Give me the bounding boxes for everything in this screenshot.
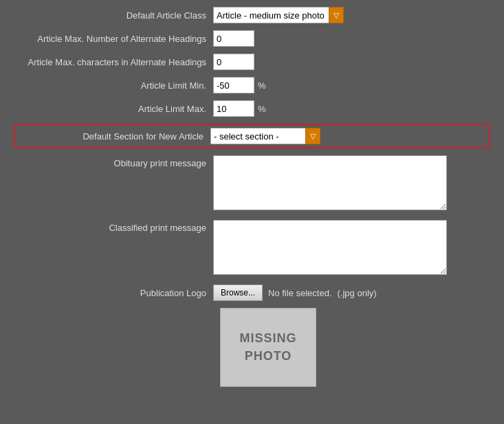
article-limit-max-input[interactable] bbox=[213, 100, 254, 117]
article-limit-max-label: Article Limit Max. bbox=[14, 104, 213, 114]
browse-button[interactable]: Browse... bbox=[213, 284, 263, 301]
classified-print-message-row: Classified print message bbox=[14, 220, 490, 275]
publication-logo-row: Publication Logo Browse... No file selec… bbox=[14, 284, 490, 301]
article-max-headings-input[interactable] bbox=[213, 30, 254, 47]
default-section-wrapper: - select section - ▽ bbox=[210, 128, 320, 144]
obituary-print-message-textarea[interactable] bbox=[213, 155, 447, 210]
article-max-headings-row: Article Max. Number of Alternate Heading… bbox=[14, 30, 490, 47]
article-max-headings-label: Article Max. Number of Alternate Heading… bbox=[14, 34, 213, 44]
file-note-text: (.jpg only) bbox=[338, 288, 377, 298]
article-limit-min-row: Article Limit Min. % bbox=[14, 77, 490, 93]
missing-photo-container: MISSING PHOTO bbox=[220, 308, 316, 387]
obituary-print-message-row: Obituary print message bbox=[14, 155, 490, 210]
default-article-class-wrapper: Article - medium size photo Article - sm… bbox=[213, 7, 344, 23]
article-limit-min-label: Article Limit Min. bbox=[14, 80, 213, 91]
publication-logo-label: Publication Logo bbox=[14, 288, 213, 298]
obituary-print-message-label: Obituary print message bbox=[14, 155, 213, 168]
article-limit-max-row: Article Limit Max. % bbox=[14, 100, 490, 117]
article-limit-min-input[interactable] bbox=[213, 77, 254, 93]
article-max-chars-input[interactable] bbox=[213, 54, 254, 70]
default-article-class-select[interactable]: Article - medium size photo Article - sm… bbox=[213, 7, 344, 23]
classified-print-message-textarea[interactable] bbox=[213, 220, 447, 275]
classified-print-message-label: Classified print message bbox=[14, 220, 213, 233]
article-max-chars-row: Article Max. characters in Alternate Hea… bbox=[14, 54, 490, 70]
file-status-text: No file selected. bbox=[268, 288, 332, 298]
article-limit-max-unit: % bbox=[258, 104, 266, 114]
missing-photo-text: MISSING PHOTO bbox=[239, 330, 296, 364]
default-section-label: Default Section for New Article bbox=[19, 131, 210, 142]
article-limit-min-unit: % bbox=[258, 80, 266, 91]
default-article-class-row: Default Article Class Article - medium s… bbox=[14, 7, 490, 23]
default-section-select[interactable]: - select section - bbox=[210, 128, 320, 144]
default-section-row: Default Section for New Article - select… bbox=[14, 124, 490, 148]
article-max-chars-label: Article Max. characters in Alternate Hea… bbox=[14, 57, 213, 67]
default-article-class-label: Default Article Class bbox=[14, 10, 213, 21]
